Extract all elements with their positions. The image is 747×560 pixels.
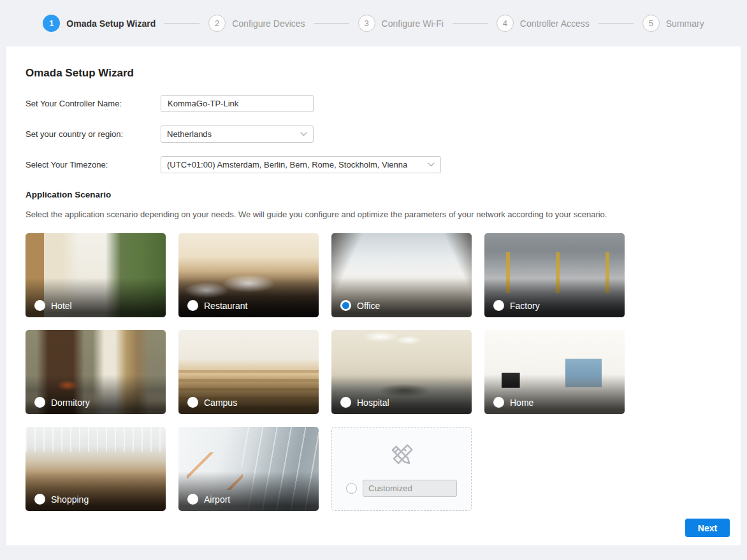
form-row-timezone: Select Your Timezone:(UTC+01:00) Amsterd… (25, 156, 722, 173)
scenario-shade-overlay (178, 278, 319, 317)
step-number-badge: 3 (358, 15, 375, 32)
scenario-label: Airport (204, 494, 230, 505)
step-connector (314, 23, 349, 24)
page-title: Omada Setup Wizard (25, 47, 722, 80)
step-label: Configure Devices (232, 18, 305, 29)
customized-row (346, 480, 457, 497)
step-connector (164, 23, 199, 24)
wizard-card: Omada Setup Wizard Set Your Controller N… (6, 47, 741, 545)
scenario-card-home[interactable]: Home (484, 330, 625, 414)
scenario-radio-shopping[interactable] (34, 494, 45, 505)
scenario-radio-hotel[interactable] (34, 300, 45, 311)
stepper-step-4: 4Controller Access (497, 15, 590, 32)
scenario-select-row: Office (340, 300, 380, 311)
scenario-card-campus[interactable]: Campus (178, 330, 319, 414)
scenario-select-row: Hospital (340, 397, 389, 408)
scenario-label: Home (510, 398, 533, 408)
scenario-radio-restaurant[interactable] (187, 300, 198, 311)
scenario-select-row: Factory (493, 300, 540, 311)
scenario-label: Restaurant (204, 301, 247, 311)
scenario-shade-overlay (178, 471, 319, 511)
chevron-down-icon (428, 162, 435, 167)
step-number-badge: 1 (43, 15, 60, 32)
scenario-shade-overlay (178, 375, 319, 414)
scenario-radio-campus[interactable] (187, 397, 198, 408)
scenario-select-row: Home (493, 397, 533, 408)
step-label: Controller Access (520, 18, 590, 29)
scenario-label: Hotel (51, 301, 72, 311)
scenario-select-row: Dormitory (34, 397, 90, 408)
step-connector (598, 23, 634, 24)
step-label: Omada Setup Wizard (66, 18, 156, 29)
scenario-radio-home[interactable] (493, 397, 504, 408)
application-scenario-heading: Application Scenario (25, 190, 722, 199)
scenario-label: Shopping (51, 494, 89, 505)
step-number-badge: 2 (208, 15, 226, 32)
scenario-label: Dormitory (51, 398, 90, 408)
stepper-step-3: 3Configure Wi-Fi (358, 15, 444, 32)
scenario-select-row: Restaurant (187, 300, 247, 311)
scenario-label: Hospital (357, 398, 389, 408)
scenario-label: Office (357, 301, 380, 311)
scenario-select-row: Shopping (34, 494, 89, 505)
controller-name-label: Set Your Controller Name: (25, 99, 161, 108)
scenario-card-factory[interactable]: Factory (484, 233, 625, 317)
scenario-shade-overlay (331, 375, 472, 414)
scenario-shade-overlay (484, 278, 625, 317)
stepper-step-2: 2Configure Devices (208, 15, 305, 32)
scenario-shade-overlay (484, 375, 625, 414)
stepper-step-1: 1Omada Setup Wizard (43, 15, 156, 32)
scenario-radio-factory[interactable] (493, 300, 504, 311)
scenario-grid: HotelRestaurantOfficeFactoryDormitoryCam… (25, 233, 722, 511)
scenario-card-dormitory[interactable]: Dormitory (25, 330, 166, 414)
customized-name-input[interactable] (363, 480, 457, 497)
scenario-radio-dormitory[interactable] (34, 397, 45, 408)
controller-name-input[interactable] (161, 95, 314, 112)
scenario-shade-overlay (25, 278, 166, 317)
customized-pencil-ruler-icon (387, 443, 416, 470)
setup-stepper: 1Omada Setup Wizard2Configure Devices3Co… (0, 0, 747, 47)
step-label: Summary (666, 18, 704, 29)
scenario-select-row: Campus (187, 397, 237, 408)
scenario-shade-overlay (25, 375, 166, 414)
scenario-radio-hospital[interactable] (340, 397, 351, 408)
form-row-controller-name: Set Your Controller Name: (25, 95, 722, 112)
step-number-badge: 5 (642, 15, 660, 32)
step-number-badge: 4 (497, 15, 514, 32)
scenario-select-row: Airport (187, 494, 230, 505)
scenario-card-restaurant[interactable]: Restaurant (178, 233, 319, 317)
application-scenario-description: Select the application scenario dependin… (25, 210, 722, 219)
form-row-country: Set your country or region:Netherlands (25, 126, 722, 143)
step-connector (453, 23, 488, 24)
scenario-shade-overlay (331, 278, 472, 317)
timezone-select[interactable]: (UTC+01:00) Amsterdam, Berlin, Bern, Rom… (161, 156, 441, 173)
scenario-label: Campus (204, 398, 237, 408)
scenario-radio-airport[interactable] (187, 494, 198, 505)
timezone-label: Select Your Timezone: (25, 160, 161, 169)
country-label: Set your country or region: (25, 129, 161, 139)
scenario-shade-overlay (25, 471, 166, 511)
scenario-card-hospital[interactable]: Hospital (331, 330, 472, 414)
country-selected-value: Netherlands (167, 129, 212, 139)
next-button[interactable]: Next (685, 519, 730, 537)
scenario-card-airport[interactable]: Airport (178, 427, 319, 511)
scenario-radio-customized[interactable] (346, 483, 357, 494)
stepper-step-5: 5Summary (642, 15, 704, 32)
scenario-label: Factory (510, 301, 540, 311)
chevron-down-icon (300, 132, 307, 136)
country-select[interactable]: Netherlands (161, 126, 314, 143)
scenario-select-row: Hotel (34, 300, 72, 311)
scenario-card-office[interactable]: Office (331, 233, 472, 317)
wizard-form: Set Your Controller Name:Set your countr… (25, 95, 722, 173)
scenario-card-hotel[interactable]: Hotel (25, 233, 166, 317)
scenario-radio-office[interactable] (340, 300, 351, 311)
step-label: Configure Wi-Fi (382, 18, 444, 29)
scenario-card-customized[interactable] (331, 427, 472, 511)
timezone-selected-value: (UTC+01:00) Amsterdam, Berlin, Bern, Rom… (167, 160, 407, 169)
scenario-card-shopping[interactable]: Shopping (25, 427, 166, 511)
